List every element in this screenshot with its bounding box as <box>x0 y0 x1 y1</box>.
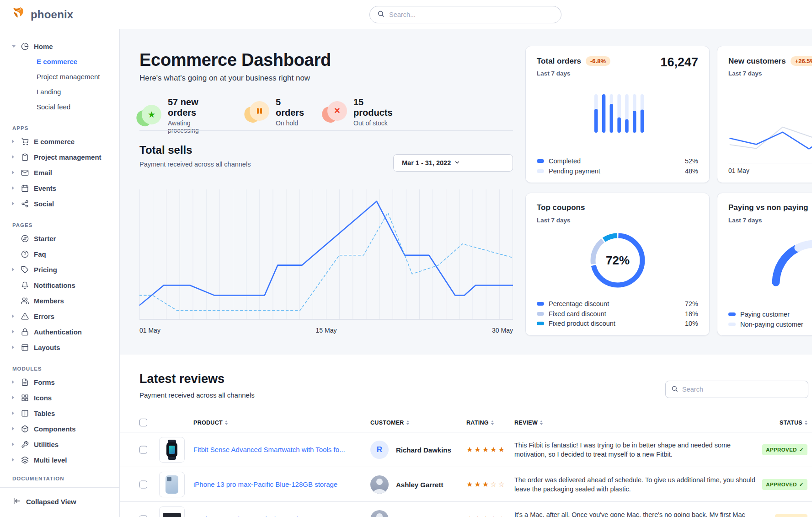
dashboard-hero: Ecommerce Dashboard Here's what's going … <box>120 29 812 355</box>
sidebar-item-layouts[interactable]: Layouts <box>0 339 119 355</box>
main-content: Ecommerce Dashboard Here's what's going … <box>120 29 812 517</box>
sidebar-item-events[interactable]: Events <box>0 180 119 196</box>
sidebar-item-label: Pricing <box>34 266 57 274</box>
row-checkbox[interactable] <box>139 480 147 488</box>
sidebar-item-multi-level[interactable]: Multi level <box>0 452 119 468</box>
card-title: New customers <box>728 57 786 66</box>
sidebar-item-utilities[interactable]: Utilities <box>0 436 119 452</box>
date-range-select[interactable]: Mar 1 - 31, 2022 <box>393 154 513 172</box>
legend-row: Paying customer <box>728 311 812 318</box>
table-row: Apple MacBook Pro 13 inch-M1-8/256GB-spa… <box>120 502 812 517</box>
sidebar-item-errors[interactable]: Errors <box>0 308 119 324</box>
search-icon <box>671 385 678 394</box>
global-search <box>369 6 561 23</box>
legend-row: Completed 52% <box>537 157 698 165</box>
sidebar-item-label: Project management <box>34 153 102 161</box>
card-title: Total orders <box>537 57 581 66</box>
arrow-bar-left-icon <box>12 497 21 506</box>
legend-row: Fixed product discount 10% <box>537 320 698 327</box>
brand-logo[interactable]: phoenix <box>11 6 73 23</box>
sidebar-item-label: E commerce <box>34 138 75 145</box>
coupons-donut-chart: 72% <box>588 231 647 290</box>
customer-name: Woodrow Burton <box>396 516 451 517</box>
product-image-iphone <box>159 472 185 497</box>
axis-label: 15 May <box>316 327 337 334</box>
legend-row: Percentage discount 72% <box>537 300 698 307</box>
chevron-right-icon <box>12 268 16 271</box>
layout-icon <box>21 343 29 351</box>
avatar: R <box>370 441 389 459</box>
help-circle-icon <box>21 250 29 258</box>
row-checkbox[interactable] <box>139 446 147 453</box>
sort-icon <box>225 420 228 425</box>
shopping-cart-icon <box>21 137 29 145</box>
table-header: PRODUCT CUSTOMER RATING REVIEW STATUS <box>120 417 812 432</box>
sidebar-item-project-management[interactable]: Project management <box>0 69 119 84</box>
product-link[interactable]: Apple MacBook Pro 13 inch-M1-8/256GB-spa… <box>193 515 355 517</box>
total-sells-axis-labels: 01 May 15 May 30 May <box>139 327 513 334</box>
legend-swatch <box>537 302 544 306</box>
sidebar-item-social[interactable]: Social <box>0 196 119 211</box>
app-root: phoenix Home E commerce Project manageme… <box>0 0 812 517</box>
stat-value: 57 new orders <box>168 97 199 118</box>
trend-badge: -6.8% <box>586 56 610 66</box>
chevron-right-icon <box>12 345 16 349</box>
sidebar-item-email[interactable]: Email <box>0 165 119 180</box>
sidebar-item-label: Utilities <box>34 441 59 448</box>
stat-caption: Out of stock <box>353 119 393 127</box>
sidebar-item-faq[interactable]: Faq <box>0 246 119 262</box>
card-period: Last 7 days <box>537 217 571 224</box>
chevron-right-icon <box>12 396 16 399</box>
stat-caption: Awating processing <box>168 119 199 134</box>
legend-value: 52% <box>685 157 698 165</box>
sidebar-item-label: Events <box>34 184 56 192</box>
column-header-customer[interactable]: CUSTOMER <box>370 420 409 426</box>
sidebar-item-pricing[interactable]: Pricing <box>0 262 119 277</box>
sidebar-item-authentication[interactable]: Authentication <box>0 324 119 339</box>
card-period: Last 7 days <box>728 70 762 77</box>
collapse-sidebar-button[interactable]: Collapsed View <box>0 497 119 506</box>
search-input[interactable] <box>389 11 554 18</box>
reviews-title: Latest reviews <box>139 372 224 386</box>
sidebar-item-social-feed[interactable]: Social feed <box>0 99 119 114</box>
sidebar-item-ecommerce[interactable]: E commerce <box>0 54 119 69</box>
chevron-right-icon <box>12 380 16 384</box>
legend-label: Completed <box>549 157 685 165</box>
sidebar-item-forms[interactable]: Forms <box>0 374 119 390</box>
status-badge: PENDING <box>775 514 807 517</box>
chevron-right-icon <box>12 442 16 446</box>
product-link[interactable]: iPhone 13 pro max-Pacific Blue-128GB sto… <box>193 480 337 488</box>
review-text: The order was delivered ahead of schedul… <box>514 475 757 494</box>
sidebar-item-project-management-app[interactable]: Project management <box>0 149 119 165</box>
bell-icon <box>21 281 29 289</box>
sidebar-section-modules: MODULES <box>0 366 119 372</box>
top-navbar: phoenix <box>0 0 812 29</box>
sidebar-item-ecommerce-app[interactable]: E commerce <box>0 134 119 149</box>
sidebar-item-landing[interactable]: Landing <box>0 84 119 99</box>
status-badge: APPROVED✓ <box>762 444 807 455</box>
column-header-review[interactable]: REVIEW <box>514 420 757 426</box>
reviews-search-input[interactable] <box>682 386 802 393</box>
select-all-checkbox[interactable] <box>139 419 147 426</box>
product-link[interactable]: Fitbit Sense Advanced Smartwatch with To… <box>193 446 345 453</box>
column-header-status[interactable]: STATUS <box>780 420 807 426</box>
layers-icon <box>21 456 29 464</box>
column-header-product[interactable]: PRODUCT <box>193 420 365 426</box>
sidebar-item-starter[interactable]: Starter <box>0 231 119 246</box>
chevron-right-icon <box>12 411 16 415</box>
legend-label: Non-paying customer <box>740 321 812 328</box>
clipboard-icon <box>21 153 29 161</box>
legend-row: Pending payment 48% <box>537 167 698 175</box>
wrench-icon <box>21 440 29 448</box>
sidebar-item-components[interactable]: Components <box>0 421 119 436</box>
sidebar-item-notifications[interactable]: Notifications <box>0 277 119 293</box>
sidebar-item-home[interactable]: Home <box>0 38 119 54</box>
sidebar-item-members[interactable]: Members <box>0 293 119 308</box>
table-row: Fitbit Sense Advanced Smartwatch with To… <box>120 432 812 467</box>
sidebar-item-tables[interactable]: Tables <box>0 405 119 421</box>
sidebar-item-icons[interactable]: Icons <box>0 390 119 405</box>
stat-caption: On hold <box>276 119 304 127</box>
sidebar-item-label: Multi level <box>34 456 67 464</box>
row-checkbox[interactable] <box>139 516 147 517</box>
column-header-rating[interactable]: RATING <box>466 420 494 426</box>
